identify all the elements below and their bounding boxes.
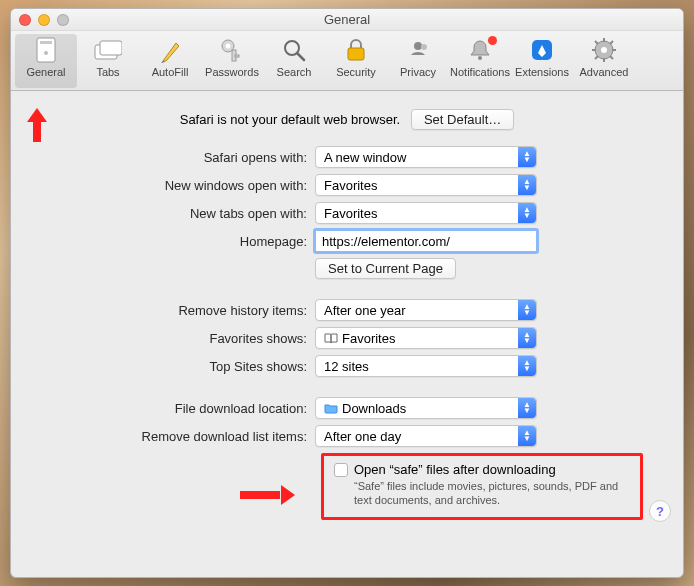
popup-new-windows[interactable]: Favorites ▲▼	[315, 174, 537, 196]
svg-point-13	[421, 44, 427, 50]
help-button[interactable]: ?	[649, 500, 671, 522]
svg-line-10	[297, 53, 304, 60]
label-top-sites: Top Sites shows:	[29, 359, 315, 374]
svg-line-22	[595, 41, 598, 44]
popup-value: Downloads	[342, 401, 406, 416]
folder-icon	[324, 402, 338, 414]
safe-files-label: Open “safe” files after downloading	[354, 462, 556, 477]
popup-opens-with[interactable]: A new window ▲▼	[315, 146, 537, 168]
chevron-updown-icon: ▲▼	[518, 426, 536, 446]
extensions-icon	[528, 36, 556, 64]
svg-line-24	[610, 41, 613, 44]
chevron-updown-icon: ▲▼	[518, 300, 536, 320]
toolbar-notifications[interactable]: Notifications	[449, 34, 511, 88]
default-browser-message: Safari is not your default web browser.	[180, 112, 400, 127]
popup-value: A new window	[324, 150, 406, 165]
set-default-button[interactable]: Set Default…	[411, 109, 514, 130]
advanced-icon	[590, 36, 618, 64]
popup-remove-downloads[interactable]: After one day ▲▼	[315, 425, 537, 447]
window-controls	[19, 14, 69, 26]
svg-point-17	[601, 47, 607, 53]
toolbar-label: Search	[263, 66, 325, 78]
preferences-toolbar: General Tabs AutoFill Passwords Search	[11, 31, 683, 91]
label-remove-history: Remove history items:	[29, 303, 315, 318]
svg-point-12	[414, 42, 422, 50]
security-icon	[342, 36, 370, 64]
safe-files-highlight: Open “safe” files after downloading “Saf…	[321, 453, 643, 520]
privacy-icon	[404, 36, 432, 64]
zoom-icon[interactable]	[57, 14, 69, 26]
badge-icon	[488, 36, 497, 45]
tabs-icon	[94, 36, 122, 64]
search-icon	[280, 36, 308, 64]
svg-line-23	[610, 56, 613, 59]
label-remove-downloads: Remove download list items:	[29, 429, 315, 444]
svg-rect-11	[348, 48, 364, 60]
popup-value: Favorites	[324, 206, 377, 221]
autofill-icon	[156, 36, 184, 64]
general-icon	[32, 36, 60, 64]
popup-value: After one day	[324, 429, 401, 444]
popup-value: Favorites	[342, 331, 395, 346]
label-new-windows: New windows open with:	[29, 178, 315, 193]
chevron-updown-icon: ▲▼	[518, 203, 536, 223]
label-opens-with: Safari opens with:	[29, 150, 315, 165]
window-title: General	[324, 12, 370, 27]
toolbar-extensions[interactable]: Extensions	[511, 34, 573, 88]
popup-value: 12 sites	[324, 359, 369, 374]
toolbar-label: AutoFill	[139, 66, 201, 78]
toolbar-advanced[interactable]: Advanced	[573, 34, 635, 88]
help-icon: ?	[656, 504, 664, 519]
titlebar[interactable]: General	[11, 9, 683, 31]
toolbar-passwords[interactable]: Passwords	[201, 34, 263, 88]
toolbar-label: General	[15, 66, 77, 78]
passwords-icon	[218, 36, 246, 64]
label-favorites-shows: Favorites shows:	[29, 331, 315, 346]
content-pane: Safari is not your default web browser. …	[11, 91, 683, 534]
toolbar-label: Privacy	[387, 66, 449, 78]
popup-top-sites[interactable]: 12 sites ▲▼	[315, 355, 537, 377]
svg-point-2	[44, 51, 48, 55]
homepage-input[interactable]	[315, 230, 537, 252]
label-download-location: File download location:	[29, 401, 315, 416]
preferences-window: General General Tabs AutoFill Passwords	[10, 8, 684, 578]
chevron-updown-icon: ▲▼	[518, 147, 536, 167]
popup-favorites-shows[interactable]: Favorites ▲▼	[315, 327, 537, 349]
popup-remove-history[interactable]: After one year ▲▼	[315, 299, 537, 321]
toolbar-search[interactable]: Search	[263, 34, 325, 88]
toolbar-autofill[interactable]: AutoFill	[139, 34, 201, 88]
toolbar-label: Passwords	[201, 66, 263, 78]
label-new-tabs: New tabs open with:	[29, 206, 315, 221]
popup-value: After one year	[324, 303, 406, 318]
chevron-updown-icon: ▲▼	[518, 175, 536, 195]
svg-rect-1	[40, 41, 52, 44]
book-icon	[324, 332, 338, 344]
annotation-arrow-up-icon	[30, 108, 44, 142]
toolbar-label: Advanced	[573, 66, 635, 78]
annotation-arrow-right-icon	[240, 488, 295, 502]
svg-line-25	[595, 56, 598, 59]
toolbar-label: Tabs	[77, 66, 139, 78]
minimize-icon[interactable]	[38, 14, 50, 26]
toolbar-security[interactable]: Security	[325, 34, 387, 88]
label-homepage: Homepage:	[29, 234, 315, 249]
chevron-updown-icon: ▲▼	[518, 328, 536, 348]
toolbar-privacy[interactable]: Privacy	[387, 34, 449, 88]
svg-point-14	[478, 56, 482, 60]
safe-files-description: “Safe” files include movies, pictures, s…	[354, 479, 630, 507]
svg-rect-4	[100, 41, 122, 55]
close-icon[interactable]	[19, 14, 31, 26]
svg-rect-8	[235, 55, 239, 57]
toolbar-tabs[interactable]: Tabs	[77, 34, 139, 88]
set-current-page-button[interactable]: Set to Current Page	[315, 258, 456, 279]
chevron-updown-icon: ▲▼	[518, 398, 536, 418]
toolbar-label: Notifications	[449, 66, 511, 78]
popup-download-location[interactable]: Downloads ▲▼	[315, 397, 537, 419]
svg-point-6	[226, 44, 231, 49]
toolbar-label: Extensions	[511, 66, 573, 78]
toolbar-general[interactable]: General	[15, 34, 77, 88]
safe-files-checkbox[interactable]	[334, 463, 348, 477]
popup-value: Favorites	[324, 178, 377, 193]
chevron-updown-icon: ▲▼	[518, 356, 536, 376]
popup-new-tabs[interactable]: Favorites ▲▼	[315, 202, 537, 224]
